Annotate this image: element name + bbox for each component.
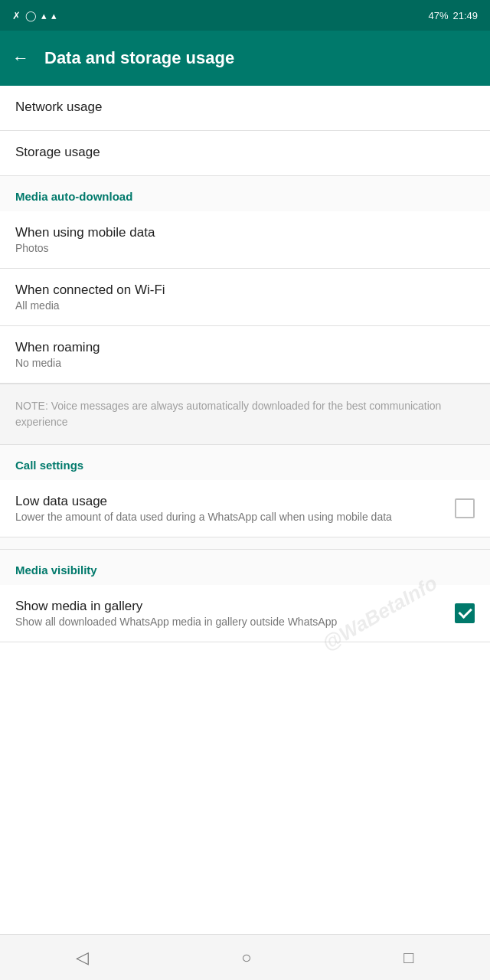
- bottom-navigation: ◁ ○ □: [0, 934, 490, 980]
- media-auto-download-section: Media auto-download: [0, 176, 490, 211]
- status-icons: ✗ ◯ ▴ ▴: [12, 10, 57, 21]
- signal-icon: ▴: [51, 10, 57, 21]
- show-media-content: Show media in gallery Show all downloade…: [15, 599, 455, 628]
- show-media-title: Show media in gallery: [15, 599, 443, 614]
- media-auto-download-label: Media auto-download: [15, 190, 132, 203]
- wifi-item[interactable]: When connected on Wi-Fi All media: [0, 269, 490, 326]
- low-data-title: Low data usage: [15, 494, 443, 509]
- wifi-title: When connected on Wi-Fi: [15, 283, 475, 298]
- note-text: NOTE: Voice messages are always automati…: [15, 400, 441, 428]
- nav-home-button[interactable]: ○: [226, 942, 266, 974]
- page-title: Data and storage usage: [44, 48, 234, 68]
- alarm-icon: ◯: [25, 10, 37, 21]
- back-button[interactable]: ←: [12, 48, 29, 68]
- roaming-item[interactable]: When roaming No media: [0, 326, 490, 384]
- show-media-subtitle: Show all downloaded WhatsApp media in ga…: [15, 616, 443, 628]
- battery-percent: 47%: [428, 10, 448, 21]
- voice-message-note: NOTE: Voice messages are always automati…: [0, 384, 490, 445]
- low-data-content: Low data usage Lower the amount of data …: [15, 494, 455, 523]
- time-display: 21:49: [452, 10, 478, 21]
- media-visibility-label: Media visibility: [15, 564, 97, 577]
- section-spacer: [0, 537, 490, 550]
- wifi-icon: ▴: [41, 10, 47, 21]
- media-visibility-section: Media visibility: [0, 550, 490, 585]
- roaming-subtitle: No media: [15, 357, 475, 369]
- nav-back-button[interactable]: ◁: [60, 942, 104, 974]
- low-data-checkbox[interactable]: [455, 498, 475, 518]
- call-settings-label: Call settings: [15, 459, 83, 472]
- mobile-data-subtitle: Photos: [15, 242, 475, 254]
- show-media-item[interactable]: Show media in gallery Show all downloade…: [0, 585, 490, 642]
- show-media-checkbox[interactable]: [455, 603, 475, 623]
- low-data-subtitle: Lower the amount of data used during a W…: [15, 511, 443, 523]
- roaming-title: When roaming: [15, 340, 475, 355]
- wifi-subtitle: All media: [15, 299, 475, 312]
- network-usage-title: Network usage: [15, 100, 475, 115]
- mobile-data-title: When using mobile data: [15, 225, 475, 240]
- status-right: 47% 21:49: [428, 10, 478, 21]
- storage-usage-item[interactable]: Storage usage: [0, 131, 490, 176]
- mobile-data-item[interactable]: When using mobile data Photos: [0, 211, 490, 269]
- storage-usage-title: Storage usage: [15, 145, 475, 160]
- bluetooth-icon: ✗: [12, 10, 21, 21]
- network-usage-item[interactable]: Network usage: [0, 86, 490, 131]
- status-bar: ✗ ◯ ▴ ▴ 47% 21:49: [0, 0, 490, 31]
- low-data-item[interactable]: Low data usage Lower the amount of data …: [0, 480, 490, 537]
- top-bar: ← Data and storage usage: [0, 31, 490, 86]
- call-settings-section: Call settings: [0, 445, 490, 480]
- nav-recents-button[interactable]: □: [388, 942, 429, 974]
